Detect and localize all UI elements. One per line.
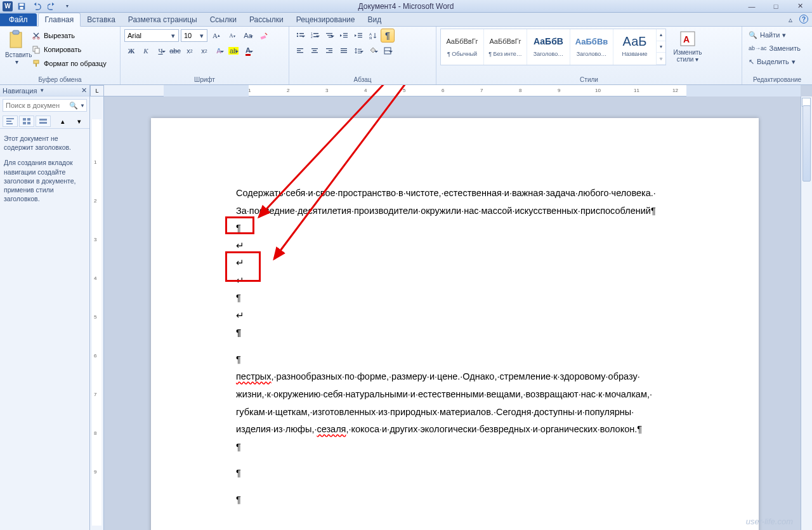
close-button[interactable]: ✕ bbox=[788, 0, 812, 13]
grow-font-icon[interactable]: A▴ bbox=[209, 29, 223, 43]
help-icon[interactable]: ? bbox=[799, 15, 808, 23]
paste-button[interactable]: Вставить ▾ bbox=[4, 29, 29, 67]
text-effects-icon[interactable]: A bbox=[212, 44, 226, 58]
svg-rect-40 bbox=[341, 48, 347, 49]
tab-view[interactable]: Вид bbox=[361, 13, 388, 26]
tab-references[interactable]: Ссылки bbox=[204, 13, 243, 26]
qat-customize-icon[interactable]: ▾ bbox=[61, 1, 74, 12]
minimize-button[interactable]: — bbox=[740, 0, 764, 13]
font-size-combo[interactable]: 10▾ bbox=[181, 29, 207, 42]
svg-rect-10 bbox=[36, 63, 37, 67]
strikethrough-icon[interactable]: abc bbox=[168, 44, 182, 58]
replace-button[interactable]: ab→acЗаменить bbox=[749, 42, 801, 55]
borders-icon[interactable] bbox=[381, 44, 395, 58]
change-styles-button[interactable]: A Изменить стили ▾ bbox=[670, 29, 705, 64]
maximize-button[interactable]: □ bbox=[764, 0, 788, 13]
nav-close-icon[interactable]: ✕ bbox=[81, 86, 87, 95]
svg-rect-17 bbox=[313, 33, 318, 34]
tab-mailings[interactable]: Рассылки bbox=[243, 13, 290, 26]
svg-text:7: 7 bbox=[480, 88, 483, 93]
file-tab[interactable]: Файл bbox=[0, 13, 37, 26]
svg-text:9: 9 bbox=[94, 469, 97, 475]
tab-page-layout[interactable]: Разметка страницы bbox=[122, 13, 204, 26]
select-button[interactable]: ↖Выделить ▾ bbox=[749, 55, 801, 68]
gallery-up-icon[interactable]: ▴ bbox=[657, 29, 665, 41]
svg-rect-8 bbox=[35, 48, 39, 53]
font-name-combo[interactable]: Arial▾ bbox=[124, 29, 179, 42]
nav-view-headings-icon[interactable] bbox=[3, 116, 18, 127]
scrollbar-thumb[interactable] bbox=[802, 105, 811, 182]
svg-text:9: 9 bbox=[558, 88, 561, 93]
svg-rect-2 bbox=[20, 6, 23, 9]
highlight-icon[interactable]: ab bbox=[226, 44, 240, 58]
change-case-icon[interactable]: Aa bbox=[241, 29, 255, 43]
multilevel-list-icon[interactable] bbox=[322, 29, 336, 43]
document-page[interactable]: Содержать·себя·и·свое·пространство·в·чис… bbox=[151, 118, 759, 530]
justify-icon[interactable] bbox=[337, 44, 351, 58]
svg-rect-51 bbox=[6, 121, 11, 122]
tab-selector[interactable]: L bbox=[90, 85, 104, 96]
style-heading1[interactable]: АаБбВЗаголово… bbox=[527, 29, 570, 65]
styles-gallery[interactable]: АаБбВвГг¶ Обычный АаБбВвГг¶ Без инте… Аа… bbox=[440, 29, 666, 65]
tab-insert[interactable]: Вставка bbox=[81, 13, 122, 26]
vertical-scrollbar[interactable] bbox=[801, 96, 812, 530]
nav-view-results-icon[interactable] bbox=[36, 116, 51, 127]
gallery-more-icon[interactable]: ▿ bbox=[657, 53, 665, 65]
nav-search-box[interactable]: 🔍 ▼ bbox=[3, 99, 87, 112]
select-icon: ↖ bbox=[749, 58, 754, 66]
clear-formatting-icon[interactable] bbox=[257, 29, 271, 43]
svg-rect-52 bbox=[6, 123, 13, 124]
sort-icon[interactable]: AЯ bbox=[366, 29, 380, 43]
style-no-spacing[interactable]: АаБбВвГг¶ Без инте… bbox=[484, 29, 527, 65]
nav-next-icon[interactable]: ▾ bbox=[72, 116, 87, 127]
gallery-down-icon[interactable]: ▾ bbox=[657, 41, 665, 53]
styles-group-label: Стили bbox=[436, 76, 742, 84]
svg-rect-25 bbox=[343, 37, 348, 37]
style-title[interactable]: АаБНазвание bbox=[613, 29, 657, 65]
title-bar: W ▾ Документ4 - Microsoft Word — □ ✕ bbox=[0, 0, 812, 13]
line-spacing-icon[interactable] bbox=[351, 44, 365, 58]
nav-search-input[interactable] bbox=[3, 102, 69, 109]
align-left-icon[interactable] bbox=[293, 44, 307, 58]
nav-view-pages-icon[interactable] bbox=[19, 116, 34, 127]
tab-review[interactable]: Рецензирование bbox=[290, 13, 362, 26]
numbering-icon[interactable]: 12 bbox=[308, 29, 322, 43]
shrink-font-icon[interactable]: A▾ bbox=[225, 29, 239, 43]
superscript-icon[interactable]: x2 bbox=[197, 44, 211, 58]
svg-rect-9 bbox=[34, 60, 39, 63]
search-icon[interactable]: 🔍 bbox=[69, 102, 79, 110]
svg-rect-31 bbox=[297, 48, 303, 49]
ribbon-minimize-icon[interactable]: ▵ bbox=[785, 15, 796, 25]
format-painter-button[interactable]: Формат по образцу bbox=[32, 56, 107, 70]
show-hide-marks-icon[interactable]: ¶ bbox=[381, 29, 395, 43]
nav-dropdown-icon[interactable]: ▼ bbox=[39, 88, 44, 93]
tab-home[interactable]: Главная bbox=[38, 13, 81, 27]
horizontal-ruler[interactable]: 1234567891011121314151617 bbox=[104, 85, 801, 96]
qat-undo-icon[interactable] bbox=[30, 1, 43, 12]
nav-prev-icon[interactable]: ▴ bbox=[55, 116, 70, 127]
qat-redo-icon[interactable] bbox=[46, 1, 58, 12]
shading-icon[interactable] bbox=[366, 44, 380, 58]
svg-rect-3 bbox=[10, 32, 22, 48]
font-color-icon[interactable]: A bbox=[241, 44, 255, 58]
vertical-ruler[interactable]: 123456789 bbox=[90, 96, 104, 530]
style-heading2[interactable]: АаБбВвЗаголово… bbox=[570, 29, 613, 65]
align-right-icon[interactable] bbox=[322, 44, 336, 58]
cut-button[interactable]: Вырезать bbox=[32, 29, 107, 43]
decrease-indent-icon[interactable] bbox=[337, 29, 351, 43]
svg-rect-54 bbox=[27, 118, 30, 121]
underline-icon[interactable]: Ч bbox=[154, 44, 167, 58]
qat-save-icon[interactable] bbox=[15, 1, 28, 12]
increase-indent-icon[interactable] bbox=[351, 29, 365, 43]
svg-text:8: 8 bbox=[94, 430, 97, 436]
svg-text:4: 4 bbox=[94, 275, 97, 281]
align-center-icon[interactable] bbox=[308, 44, 322, 58]
italic-icon[interactable]: К bbox=[139, 44, 153, 58]
copy-button[interactable]: Копировать bbox=[32, 43, 107, 56]
style-normal[interactable]: АаБбВвГг¶ Обычный bbox=[441, 29, 484, 65]
bullets-icon[interactable] bbox=[293, 29, 307, 43]
bold-icon[interactable]: Ж bbox=[124, 44, 138, 58]
search-options-icon[interactable]: ▼ bbox=[79, 103, 86, 109]
subscript-icon[interactable]: x2 bbox=[183, 44, 197, 58]
find-button[interactable]: 🔍Найти ▾ bbox=[749, 29, 801, 41]
